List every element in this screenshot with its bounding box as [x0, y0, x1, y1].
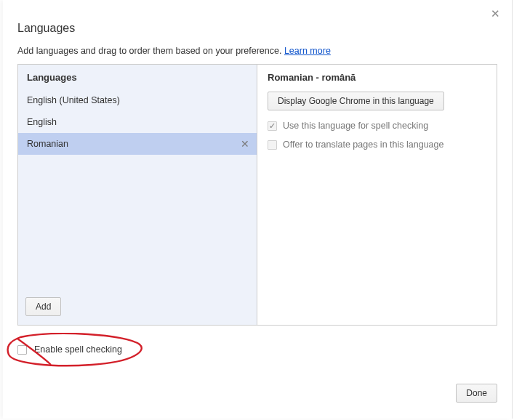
modal-title: Languages	[17, 22, 75, 35]
done-button[interactable]: Done	[456, 384, 497, 403]
language-item-ro[interactable]: Romanian ✕	[18, 133, 257, 155]
enable-spell-checking-option[interactable]: Enable spell checking	[17, 344, 122, 355]
selected-language-header: Romanian - română	[268, 72, 486, 83]
modal-subtitle: Add languages and drag to order them bas…	[17, 46, 331, 56]
close-icon[interactable]: ✕	[491, 7, 500, 20]
language-item-en-us[interactable]: English (United States)	[18, 89, 257, 111]
translate-label: Offer to translate pages in this languag…	[283, 140, 443, 150]
languages-list: English (United States) English Romanian…	[18, 89, 257, 290]
spell-check-label: Use this language for spell checking	[283, 121, 428, 131]
remove-language-icon[interactable]: ✕	[241, 138, 249, 150]
language-item-label: Romanian	[27, 139, 68, 149]
spell-check-option[interactable]: Use this language for spell checking	[268, 121, 486, 131]
spell-check-checkbox[interactable]	[268, 121, 277, 131]
enable-spell-checking-label: Enable spell checking	[34, 344, 122, 355]
languages-modal: ✕ Languages Add languages and drag to or…	[3, 0, 513, 419]
subtitle-text: Add languages and drag to order them bas…	[17, 46, 284, 56]
language-item-en[interactable]: English	[18, 111, 257, 133]
language-item-label: English	[27, 117, 57, 127]
language-details-column: Romanian - română Display Google Chrome …	[257, 65, 497, 325]
learn-more-link[interactable]: Learn more	[284, 46, 331, 56]
translate-checkbox[interactable]	[268, 140, 277, 150]
add-language-button[interactable]: Add	[25, 297, 61, 316]
languages-panel: Languages English (United States) Englis…	[17, 64, 497, 326]
languages-list-column: Languages English (United States) Englis…	[18, 65, 257, 325]
enable-spell-checking-checkbox[interactable]	[17, 345, 27, 355]
translate-option[interactable]: Offer to translate pages in this languag…	[268, 140, 486, 150]
display-in-language-button[interactable]: Display Google Chrome in this language	[268, 92, 444, 110]
language-item-label: English (United States)	[27, 95, 120, 105]
languages-list-header: Languages	[18, 65, 257, 89]
